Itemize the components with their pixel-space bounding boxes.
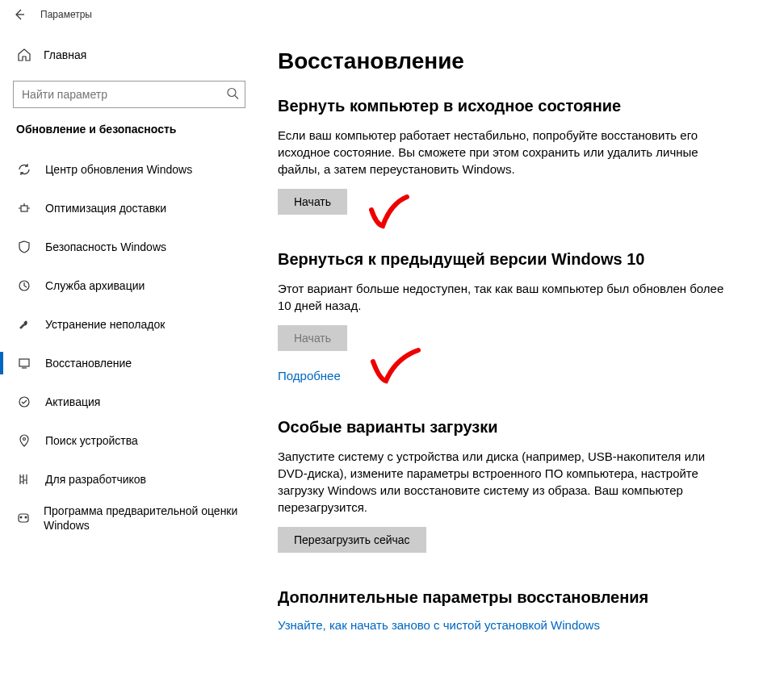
back-button[interactable] — [3, 0, 36, 29]
svg-point-6 — [20, 516, 23, 519]
title-bar: Параметры — [0, 0, 784, 29]
sidebar-item-backup[interactable]: Служба архивации — [0, 266, 258, 305]
reset-pc-section: Вернуть компьютер в исходное состояние Е… — [278, 97, 752, 215]
more-recovery-section: Дополнительные параметры восстановления … — [278, 588, 752, 632]
search-wrap — [13, 81, 245, 108]
go-back-learn-more-link[interactable]: Подробнее — [278, 369, 341, 382]
restart-now-button[interactable]: Перезагрузить сейчас — [278, 527, 426, 553]
sidebar-item-label: Для разработчиков — [45, 472, 146, 487]
search-input[interactable] — [13, 81, 245, 108]
window-title: Параметры — [40, 9, 92, 20]
sidebar-item-label: Восстановление — [45, 356, 132, 370]
home-label: Главная — [44, 48, 86, 61]
svg-point-4 — [19, 397, 29, 407]
content-area: Восстановление Вернуть компьютер в исход… — [258, 29, 784, 698]
location-icon — [16, 433, 32, 448]
more-heading: Дополнительные параметры восстановления — [278, 588, 752, 607]
sidebar-section-title: Обновление и безопасность — [0, 123, 258, 150]
sidebar-item-label: Поиск устройства — [45, 433, 138, 448]
sidebar-item-windows-update[interactable]: Центр обновления Windows — [0, 150, 258, 189]
advanced-heading: Особые варианты загрузки — [278, 418, 752, 437]
svg-rect-3 — [19, 359, 29, 366]
arrow-left-icon — [13, 8, 26, 21]
go-back-heading: Вернуться к предыдущей версии Windows 10 — [278, 250, 752, 269]
developers-icon — [16, 472, 32, 487]
sidebar-item-troubleshoot[interactable]: Устранение неполадок — [0, 305, 258, 344]
go-back-start-button: Начать — [278, 325, 347, 351]
sidebar-item-label: Устранение неполадок — [45, 317, 165, 332]
svg-point-7 — [25, 516, 27, 519]
reset-heading: Вернуть компьютер в исходное состояние — [278, 97, 752, 115]
svg-rect-1 — [21, 206, 27, 211]
sidebar-item-for-developers[interactable]: Для разработчиков — [0, 460, 258, 499]
sidebar-item-recovery[interactable]: Восстановление — [0, 344, 258, 382]
fresh-start-link[interactable]: Узнайте, как начать заново с чистой уста… — [278, 618, 600, 632]
nav-list: Центр обновления Windows Оптимизация дос… — [0, 150, 258, 537]
sidebar-item-activation[interactable]: Активация — [0, 382, 258, 421]
page-title: Восстановление — [278, 48, 752, 74]
advanced-body: Запустите систему с устройства или диска… — [278, 448, 730, 516]
delivery-icon — [16, 201, 32, 215]
backup-icon — [16, 278, 32, 293]
go-back-body: Этот вариант больше недоступен, так как … — [278, 280, 730, 314]
sidebar-item-windows-insider[interactable]: Программа предварительной оценки Windows — [0, 499, 258, 537]
advanced-startup-section: Особые варианты загрузки Запустите систе… — [278, 418, 752, 553]
sidebar-item-label: Центр обновления Windows — [45, 162, 192, 177]
sidebar-item-delivery-optimization[interactable]: Оптимизация доставки — [0, 189, 258, 228]
recovery-icon — [16, 356, 32, 370]
svg-rect-8 — [19, 514, 28, 522]
home-button[interactable]: Главная — [0, 37, 258, 73]
insider-icon — [16, 511, 31, 525]
activation-icon — [16, 395, 32, 409]
sidebar-item-label: Программа предварительной оценки Windows — [44, 504, 242, 533]
sidebar-item-label: Активация — [45, 395, 100, 409]
sidebar-item-label: Служба архивации — [45, 278, 145, 293]
sync-icon — [16, 162, 32, 177]
svg-point-5 — [23, 438, 26, 441]
sidebar-item-windows-security[interactable]: Безопасность Windows — [0, 228, 258, 266]
sidebar-item-label: Оптимизация доставки — [45, 201, 166, 215]
sidebar-item-find-my-device[interactable]: Поиск устройства — [0, 421, 258, 460]
shield-icon — [16, 240, 32, 254]
wrench-icon — [16, 317, 32, 332]
sidebar-item-label: Безопасность Windows — [45, 240, 166, 254]
home-icon — [16, 48, 32, 62]
go-back-section: Вернуться к предыдущей версии Windows 10… — [278, 250, 752, 382]
reset-body: Если ваш компьютер работает нестабильно,… — [278, 127, 730, 178]
sidebar: Главная Обновление и безопасность Центр … — [0, 29, 258, 698]
reset-start-button[interactable]: Начать — [278, 189, 347, 215]
